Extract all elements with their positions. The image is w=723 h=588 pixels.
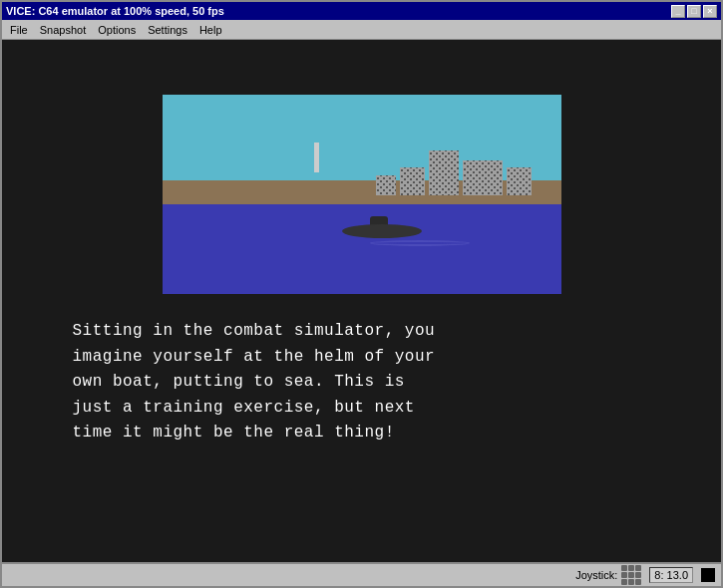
- window: VICE: C64 emulator at 100% speed, 50 fps…: [0, 0, 723, 588]
- joystick-dot-8: [628, 579, 634, 585]
- building-1: [429, 150, 459, 195]
- joystick-dot-7: [621, 579, 627, 585]
- water-ripple: [370, 240, 470, 246]
- status-indicator: [701, 568, 715, 582]
- joystick-status: Joystick:: [575, 565, 641, 585]
- menu-snapshot[interactable]: Snapshot: [34, 22, 92, 38]
- joystick-label: Joystick:: [575, 569, 617, 581]
- fps-display: 8: 13.0: [649, 567, 693, 583]
- joystick-dot-9: [635, 579, 641, 585]
- window-title: VICE: C64 emulator at 100% speed, 50 fps: [6, 5, 224, 17]
- menu-options[interactable]: Options: [92, 22, 142, 38]
- joystick-dot-6: [635, 572, 641, 578]
- submarine-body: [342, 224, 422, 238]
- building-3: [400, 167, 425, 195]
- menu-file[interactable]: File: [4, 22, 34, 38]
- submarine: [342, 224, 422, 238]
- menu-help[interactable]: Help: [193, 22, 228, 38]
- game-screen: [163, 95, 561, 294]
- building-4: [376, 175, 396, 195]
- emulator-area: Sitting in the combat simulator, you ima…: [2, 40, 721, 562]
- joystick-dot-3: [635, 565, 641, 571]
- maximize-button[interactable]: □: [687, 5, 701, 18]
- joystick-icon: [621, 565, 641, 585]
- buildings: [376, 150, 532, 195]
- menu-bar: File Snapshot Options Settings Help: [2, 20, 721, 40]
- building-5: [507, 167, 532, 195]
- joystick-dot-2: [628, 565, 634, 571]
- close-button[interactable]: ×: [703, 5, 717, 18]
- title-bar-buttons: _ □ ×: [671, 5, 717, 18]
- title-bar: VICE: C64 emulator at 100% speed, 50 fps…: [2, 2, 721, 20]
- joystick-dot-4: [621, 572, 627, 578]
- status-bar: Joystick: 8: 13.0: [2, 562, 721, 586]
- building-2: [463, 160, 503, 195]
- joystick-dot-5: [628, 572, 634, 578]
- joystick-dot-1: [621, 565, 627, 571]
- minimize-button[interactable]: _: [671, 5, 685, 18]
- lighthouse: [314, 143, 319, 172]
- game-text: Sitting in the combat simulator, you ima…: [73, 319, 651, 446]
- menu-settings[interactable]: Settings: [142, 22, 193, 38]
